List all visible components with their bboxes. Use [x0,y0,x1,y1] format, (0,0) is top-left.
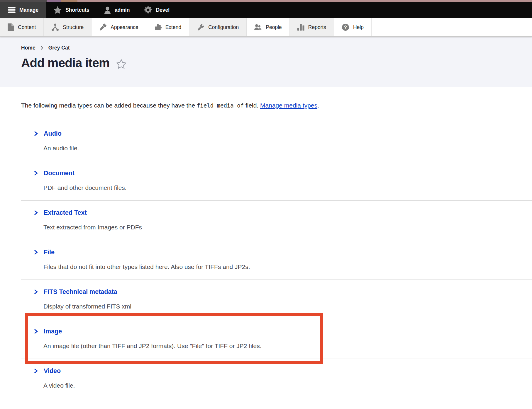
bar-chart-icon [297,24,304,31]
user-icon [104,6,111,14]
wrench-icon [197,23,204,31]
media-type-description: Files that do not fit into other types l… [43,263,532,271]
main-content: The following media types can be added b… [0,101,532,398]
menu-tab-help[interactable]: ? Help [334,18,372,36]
menu-tab-appearance[interactable]: Appearance [92,18,146,36]
page-header: Home Grey Cat Add media item [0,37,532,87]
favorite-star-icon[interactable] [116,59,126,69]
media-type-description: An image file (other than TIFF and JP2 f… [43,342,532,350]
chevron-right-icon [34,171,38,176]
media-type-item-audio: Audio An audio file. [21,122,532,161]
breadcrumb-current: Grey Cat [48,45,70,51]
media-type-description: Display of transformed FITS xml [43,303,532,310]
menu-tab-label: Reports [308,24,326,30]
media-type-name[interactable]: Image [44,328,62,335]
admin-menu-bar: Content Structure Appearance Extend Conf… [0,18,532,37]
toolbar-item-admin[interactable]: admin [97,2,137,18]
star-icon [54,6,62,14]
toolbar-item-manage[interactable]: Manage [0,2,46,18]
menu-tab-extend[interactable]: Extend [146,18,189,36]
media-type-description: An audio file. [43,144,532,152]
intro-before: The following media types can be added b… [21,102,197,109]
media-type-link-fits[interactable]: FITS Technical metadata [21,288,532,296]
media-type-description: PDF and other document files. [43,184,532,192]
menu-tab-label: Help [353,24,364,30]
chevron-right-icon [34,250,38,255]
media-type-link-file[interactable]: File [21,248,532,256]
menu-tab-label: People [266,24,282,30]
menu-tab-label: Structure [63,24,84,30]
breadcrumb-home-link[interactable]: Home [21,45,35,51]
media-type-list: Audio An audio file. Document PDF and ot… [21,122,532,398]
toolbar-item-devel[interactable]: Devel [137,2,177,18]
svg-text:?: ? [344,25,347,30]
menu-tab-configuration[interactable]: Configuration [189,18,247,36]
menu-tab-label: Content [18,24,36,30]
chevron-right-icon [34,329,38,334]
media-type-item-file: File Files that do not fit into other ty… [21,240,532,280]
media-type-name[interactable]: Document [44,169,74,177]
media-type-item-image: Image An image file (other than TIFF and… [21,319,532,359]
manage-media-types-link[interactable]: Manage media types [260,102,317,109]
chevron-right-icon [34,131,38,136]
menu-tab-reports[interactable]: Reports [290,18,334,36]
gear-icon [144,6,152,14]
intro-middle: field. [244,102,260,109]
menu-tab-label: Configuration [208,24,239,30]
hamburger-icon [8,7,16,13]
media-type-link-audio[interactable]: Audio [21,130,532,137]
media-type-description: A video file. [43,382,532,389]
media-type-name[interactable]: Extracted Text [44,209,87,217]
media-type-name[interactable]: Video [44,367,61,375]
field-code: field_media_of [197,102,244,109]
menu-tab-content[interactable]: Content [0,18,44,36]
media-type-item-extracted-text: Extracted Text Text extracted from Image… [21,201,532,240]
sitemap-icon [51,23,59,31]
document-icon [8,23,14,31]
chevron-right-icon [34,210,38,215]
menu-tab-label: Appearance [111,24,138,30]
media-type-link-document[interactable]: Document [21,169,532,177]
menu-tab-structure[interactable]: Structure [44,18,92,36]
admin-toolbar: Manage Shortcuts admin Devel [0,2,532,18]
page-title: Add media item [21,55,110,71]
toolbar-item-label: Manage [19,7,38,13]
media-type-item-fits: FITS Technical metadata Display of trans… [21,280,532,319]
paintbrush-icon [99,23,107,31]
media-type-description: Text extracted from Images or PDFs [43,224,532,231]
media-type-name[interactable]: Audio [44,130,62,137]
media-type-link-image[interactable]: Image [21,328,532,335]
breadcrumb: Home Grey Cat [21,45,532,51]
media-type-name[interactable]: FITS Technical metadata [44,288,117,296]
toolbar-item-shortcuts[interactable]: Shortcuts [46,2,97,18]
menu-tab-people[interactable]: People [247,18,290,36]
people-icon [254,24,262,31]
menu-tab-label: Extend [165,24,181,30]
intro-after: . [317,102,319,109]
media-type-name[interactable]: File [44,248,55,256]
media-type-item-video: Video A video file. [21,359,532,398]
media-type-item-document: Document PDF and other document files. [21,161,532,201]
chevron-right-icon [34,289,38,294]
puzzle-icon [154,23,162,31]
toolbar-item-label: admin [115,7,130,13]
toolbar-item-label: Shortcuts [65,7,89,13]
media-type-link-video[interactable]: Video [21,367,532,375]
toolbar-item-label: Devel [156,7,170,13]
intro-text: The following media types can be added b… [21,101,532,110]
chevron-right-icon [34,368,38,374]
help-icon: ? [342,23,349,31]
chevron-right-icon [40,46,43,50]
media-type-link-extracted-text[interactable]: Extracted Text [21,209,532,217]
